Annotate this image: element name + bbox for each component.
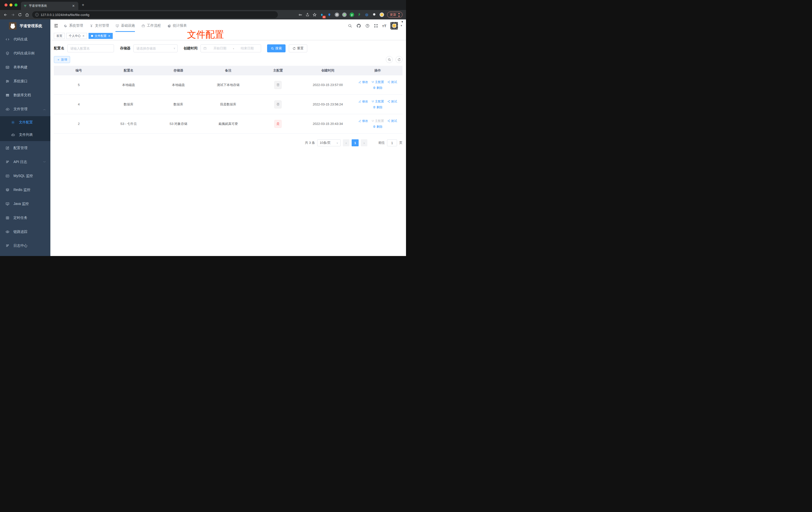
cell-name: 本地磁盘	[104, 83, 154, 87]
ext-star-icon[interactable]	[357, 12, 361, 17]
sidebar-logo[interactable]: 芋道管理系统	[0, 20, 50, 32]
close-icon[interactable]: ✕	[82, 34, 85, 38]
date-range-picker[interactable]: 开始日期 - 结束日期	[201, 44, 261, 52]
sidebar-item-scheduled-tasks[interactable]: 定时任务	[0, 211, 50, 225]
table-header: 编号 配置名 存储器 备注 主配置 创建时间 操作	[54, 66, 403, 75]
master-action[interactable]: 主配置	[371, 80, 384, 84]
back-icon[interactable]	[3, 13, 8, 17]
browser-tab[interactable]: 芋道管理系统 ✕	[21, 2, 78, 10]
kebab-menu-icon[interactable]: ⦁⦁	[398, 12, 400, 17]
ext-y-icon[interactable]: y	[350, 12, 354, 17]
reset-button[interactable]: 重置	[289, 44, 307, 52]
test-action[interactable]: 测试	[387, 119, 397, 123]
table-row: 5 本地磁盘 本地磁盘 测试下本地存储 否 2022-03-15 23:57:0…	[54, 75, 403, 95]
new-tab-button[interactable]: +	[82, 2, 84, 7]
test-action[interactable]: 测试	[387, 99, 397, 104]
ext-diamond-icon[interactable]: 11	[320, 12, 324, 17]
sidebar-item-label: Redis 监控	[13, 188, 30, 192]
edit-action[interactable]: 修改	[358, 80, 368, 84]
window-controls	[0, 3, 21, 6]
help-icon[interactable]	[365, 24, 370, 28]
test-action[interactable]: 测试	[387, 80, 397, 84]
reload-icon[interactable]	[18, 13, 22, 17]
search-button[interactable]: 搜索	[267, 44, 286, 52]
forward-icon[interactable]	[11, 13, 15, 17]
master-action[interactable]: 主配置	[371, 99, 384, 104]
storage-select-input[interactable]	[134, 44, 178, 52]
password-key-icon[interactable]	[298, 13, 302, 17]
tag-home[interactable]: 首页	[54, 33, 65, 39]
bookmark-star-icon[interactable]	[313, 13, 317, 17]
sidebar-item-redis-monitor[interactable]: Redis 监控	[0, 183, 50, 197]
config-name-input[interactable]	[67, 44, 114, 52]
next-page-button[interactable]: ›	[361, 139, 367, 146]
page-size-select[interactable]: 10条/页 ∨	[317, 139, 341, 146]
minimize-window-button[interactable]	[9, 3, 12, 6]
browser-update-button[interactable]: 更新 ⦁⦁	[387, 12, 403, 18]
sidebar-item-tracing[interactable]: 链路追踪	[0, 225, 50, 239]
search-button-label: 搜索	[275, 46, 282, 51]
topnav-item-payment[interactable]: 支付管理	[86, 20, 112, 32]
sidebar-item-file-management[interactable]: 文件管理 ︿	[0, 102, 50, 116]
ext-command-icon[interactable]: ⌘	[335, 12, 339, 17]
sidebar-item-code-gen-demo[interactable]: 代码生成示例	[0, 47, 50, 60]
close-window-button[interactable]	[4, 3, 7, 6]
hide-search-button[interactable]	[386, 56, 393, 63]
test-label: 测试	[391, 99, 397, 104]
tab-close-icon[interactable]: ✕	[71, 4, 76, 8]
goto-page-input[interactable]	[387, 139, 397, 146]
delete-action[interactable]: 删除	[373, 105, 382, 110]
sidebar-item-code-gen[interactable]: 代码生成	[0, 32, 50, 47]
current-page-button[interactable]: 1	[352, 139, 358, 146]
table-row: 4 数据库 数据库 我是数据库 否 2022-03-15 23:56:24 修改…	[54, 95, 403, 114]
site-info-icon[interactable]: i	[35, 13, 39, 17]
share-icon	[387, 81, 390, 84]
sidebar-item-system-api[interactable]: 系统接口	[0, 74, 50, 88]
sidebar-item-config-management[interactable]: 配置管理	[0, 141, 50, 155]
ext-record-icon[interactable]	[342, 12, 347, 17]
add-button[interactable]: ＋ 新增	[54, 56, 70, 63]
end-date-placeholder[interactable]: 结束日期	[236, 46, 258, 51]
user-avatar[interactable]	[390, 22, 398, 29]
delete-action[interactable]: 删除	[373, 86, 382, 90]
sidebar-item-api-log[interactable]: API 日志 ﹀	[0, 155, 50, 169]
fullscreen-icon[interactable]	[374, 24, 378, 28]
tag-file-config[interactable]: 文件配置 ✕	[89, 33, 113, 39]
start-date-placeholder[interactable]: 开始日期	[209, 46, 231, 51]
sidebar-item-db-doc[interactable]: 数据库文档	[0, 88, 50, 102]
share-icon[interactable]	[306, 13, 310, 17]
topnav-item-workflow[interactable]: 工作流程	[138, 20, 164, 32]
sidebar-item-form-builder[interactable]: 表单构建	[0, 60, 50, 74]
sidebar-item-file-config[interactable]: 文件配置	[0, 116, 50, 129]
prev-page-button[interactable]: ‹	[343, 139, 349, 146]
home-icon[interactable]	[25, 13, 29, 17]
sidebar-item-log-center[interactable]: 日志中心	[0, 239, 50, 253]
edit-action[interactable]: 修改	[358, 119, 368, 123]
search-icon[interactable]	[348, 24, 352, 28]
edit-icon	[358, 100, 361, 103]
ext-puzzle-icon[interactable]	[372, 12, 377, 17]
avatar-caret-icon[interactable]: ▼	[400, 24, 403, 27]
zoom-window-button[interactable]	[14, 3, 18, 6]
topnav-item-system[interactable]: 系统管理	[60, 20, 86, 32]
refresh-table-button[interactable]	[396, 56, 403, 63]
ext-emoji-icon[interactable]	[380, 12, 384, 17]
topnav-item-infrastructure[interactable]: 基础设施	[112, 20, 138, 32]
ext-rings-icon[interactable]	[365, 12, 369, 17]
close-icon[interactable]: ✕	[108, 34, 110, 38]
sidebar-item-mysql-monitor[interactable]: MySQL 监控	[0, 169, 50, 183]
tag-profile[interactable]: 个人中心 ✕	[66, 33, 87, 39]
topnav-item-reports[interactable]: 统计报表	[164, 20, 190, 32]
font-size-icon[interactable]: ᴛT	[382, 24, 386, 28]
sidebar-item-file-list[interactable]: 文件列表	[0, 129, 50, 141]
sidebar-item-java-monitor[interactable]: Java 监控	[0, 197, 50, 211]
github-icon[interactable]	[356, 24, 361, 28]
page-corner-caret-icon[interactable]: ▼	[401, 21, 404, 23]
ext-pin-icon[interactable]	[327, 12, 332, 17]
edit-action[interactable]: 修改	[358, 99, 368, 104]
storage-select[interactable]: ∨	[134, 44, 178, 52]
delete-action[interactable]: 删除	[373, 125, 382, 129]
topnav-label: 工作流程	[147, 24, 161, 28]
url-bar[interactable]: i 127.0.0.1:1024/infra/file/file-config	[32, 11, 278, 18]
sidebar-collapse-icon[interactable]	[54, 24, 58, 28]
